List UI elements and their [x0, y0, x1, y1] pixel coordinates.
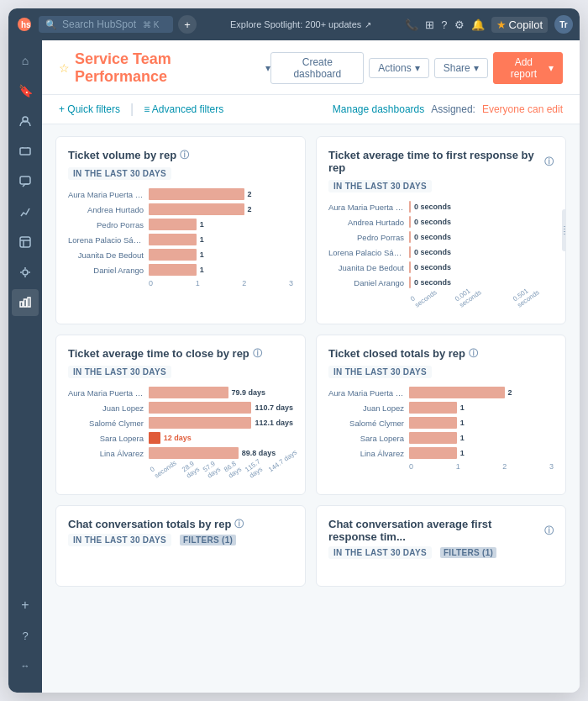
- ticket-closed-title: Ticket closed totals by rep ⓘ: [328, 347, 554, 360]
- topbar: hs 🔍 ⌘ K + Explore Spotlight: 200+ updat…: [8, 8, 580, 40]
- table-row: Andrea Hurtado 2: [68, 203, 293, 215]
- ticket-volume-chart: Aura Maria Puerta Esco... 2 Andrea Hurta…: [68, 188, 293, 276]
- add-report-chevron: ▾: [549, 62, 554, 74]
- table-row: Aura Maria Puerta Esco... 2: [68, 188, 293, 200]
- filter-bar: + Quick filters | ≡ Advanced filters Man…: [42, 95, 580, 124]
- chat-totals-subtitle: IN THE LAST 30 DAYS: [68, 534, 171, 546]
- table-row: Andrea Hurtado 0 seconds: [328, 216, 554, 228]
- svg-rect-9: [28, 298, 30, 307]
- chat-totals-info-icon[interactable]: ⓘ: [234, 518, 244, 530]
- table-row: Salomé Clymer 1: [328, 417, 554, 429]
- svg-rect-8: [24, 299, 27, 307]
- search-input[interactable]: [62, 18, 138, 30]
- avg-first-response-x-axis: 0 seconds 0.001 seconds 0.501 seconds: [328, 292, 554, 312]
- phone-icon[interactable]: 📞: [405, 18, 418, 31]
- table-row: Pedro Porras 1: [68, 219, 293, 230]
- page-title: Service Team Performance: [75, 50, 260, 86]
- avg-time-close-chart: Aura Maria Puerta Esco... 79.9 days Juan…: [68, 387, 293, 459]
- ticket-volume-card: Ticket volume by rep ⓘ IN THE LAST 30 DA…: [55, 136, 306, 324]
- ticket-closed-card: Ticket closed totals by rep ⓘ IN THE LAS…: [316, 335, 566, 495]
- notifications-icon[interactable]: 🔔: [471, 18, 485, 31]
- dashboard-grid: Ticket volume by rep ⓘ IN THE LAST 30 DA…: [42, 124, 580, 598]
- advanced-filters-button[interactable]: ≡ Advanced filters: [144, 103, 223, 115]
- ticket-closed-info-icon[interactable]: ⓘ: [469, 347, 478, 360]
- chat-avg-response-card: Chat conversation average first response…: [316, 505, 566, 587]
- actions-button[interactable]: Actions: [369, 58, 428, 78]
- share-button[interactable]: Share: [434, 58, 488, 78]
- table-row: Aura Maria Puerta Esco... 2: [328, 387, 554, 398]
- table-row: Sara Lopera 1: [328, 432, 554, 444]
- filter-right: Manage dashboards Assigned: Everyone can…: [333, 103, 563, 115]
- title-area: ☆ Service Team Performance ▾: [59, 50, 270, 86]
- manage-dashboards-link[interactable]: Manage dashboards: [333, 103, 424, 115]
- sidebar-item-reports[interactable]: [12, 289, 39, 316]
- svg-rect-3: [20, 148, 30, 155]
- table-row: Daniel Arango 0 seconds: [328, 277, 554, 288]
- sidebar-item-marketing[interactable]: [12, 138, 39, 165]
- sidebar-item-bookmark[interactable]: 🔖: [12, 77, 39, 104]
- ticket-closed-chart: Aura Maria Puerta Esco... 2 Juan Lopez 1: [328, 387, 554, 459]
- sidebar-item-conversations[interactable]: [12, 168, 39, 195]
- apps-icon[interactable]: ⊞: [425, 18, 434, 31]
- add-report-button[interactable]: Add report ▾: [493, 52, 563, 84]
- filter-left: + Quick filters | ≡ Advanced filters: [59, 102, 223, 117]
- everyone-can-edit-label[interactable]: Everyone can edit: [482, 103, 563, 115]
- avg-time-close-card: Ticket average time to close by rep ⓘ IN…: [55, 335, 306, 495]
- search-icon: 🔍: [45, 19, 57, 30]
- avg-time-close-title: Ticket average time to close by rep ⓘ: [68, 347, 293, 360]
- avg-first-response-subtitle: IN THE LAST 30 DAYS: [328, 180, 432, 192]
- avg-first-response-chart: Aura Maria Puerta Esco... 0 seconds Andr…: [328, 201, 554, 288]
- table-row: Pedro Porras 0 seconds: [328, 231, 554, 243]
- settings-icon[interactable]: ⚙: [454, 18, 465, 31]
- table-row: Juan Lopez 110.7 days: [68, 402, 293, 414]
- chat-avg-response-info-icon[interactable]: ⓘ: [544, 524, 554, 537]
- user-avatar[interactable]: Tr: [554, 15, 573, 34]
- search-shortcut: ⌘ K: [143, 20, 159, 29]
- favorite-star-icon[interactable]: ☆: [59, 61, 70, 75]
- avg-time-close-subtitle: IN THE LAST 30 DAYS: [68, 366, 171, 378]
- chat-totals-title: Chat conversation totals by rep ⓘ: [68, 518, 293, 530]
- avg-first-response-info-icon[interactable]: ⓘ: [544, 155, 554, 168]
- table-row: Aura Maria Puerta Esco... 0 seconds: [328, 201, 554, 213]
- table-row: Lina Álvarez 89.8 days: [68, 447, 293, 459]
- table-row: Sara Lopera 12 days: [68, 432, 293, 444]
- help-icon[interactable]: ?: [441, 18, 447, 31]
- table-row: Aura Maria Puerta Esco... 79.9 days: [68, 387, 293, 398]
- chat-avg-response-subtitle: IN THE LAST 30 DAYS: [328, 546, 432, 559]
- topbar-right: 📞 ⊞ ? ⚙ 🔔 ★ Copilot Tr: [405, 15, 573, 34]
- copilot-button[interactable]: ★ Copilot: [491, 17, 548, 33]
- chat-totals-card: Chat conversation totals by rep ⓘ IN THE…: [55, 505, 306, 587]
- table-row: Lorena Palacio Sánchez 0 seconds: [328, 246, 554, 258]
- external-link-icon: ↗: [365, 20, 371, 29]
- avg-first-response-title: Ticket average time to first response by…: [328, 149, 554, 174]
- sidebar-item-help[interactable]: ?: [12, 622, 39, 649]
- quick-filters-button[interactable]: + Quick filters: [59, 103, 120, 115]
- sidebar-item-contacts[interactable]: [12, 108, 39, 134]
- sidebar: ⌂ 🔖 +: [8, 40, 42, 693]
- ticket-closed-x-axis: 0123: [328, 462, 554, 471]
- search-bar[interactable]: 🔍 ⌘ K: [39, 16, 173, 33]
- svg-text:hs: hs: [21, 20, 31, 29]
- resize-handle[interactable]: [562, 209, 566, 251]
- table-row: Juan Lopez 1: [328, 402, 554, 414]
- sidebar-item-home[interactable]: ⌂: [12, 47, 39, 74]
- sidebar-item-automation[interactable]: [12, 259, 39, 286]
- create-dashboard-button[interactable]: Create dashboard: [270, 52, 364, 84]
- header-actions: Create dashboard Actions Share Add repor…: [270, 52, 563, 84]
- sidebar-item-expand[interactable]: ↔: [12, 652, 39, 679]
- main-layout: ⌂ 🔖 +: [8, 40, 580, 693]
- table-row: Lina Álvarez 1: [328, 447, 554, 459]
- ticket-volume-info-icon[interactable]: ⓘ: [180, 149, 189, 161]
- chat-avg-response-title: Chat conversation average first response…: [328, 518, 554, 543]
- add-tab-button[interactable]: +: [178, 15, 197, 34]
- avg-time-close-info-icon[interactable]: ⓘ: [253, 347, 262, 360]
- sidebar-item-cms[interactable]: [12, 229, 39, 256]
- hubspot-logo: hs: [15, 15, 34, 34]
- ticket-closed-subtitle: IN THE LAST 30 DAYS: [328, 366, 432, 378]
- table-row: Juanita De Bedout 1: [68, 249, 293, 261]
- explore-banner[interactable]: Explore Spotlight: 200+ updates ↗: [202, 19, 400, 29]
- sidebar-item-sales[interactable]: [12, 198, 39, 225]
- sidebar-item-add[interactable]: +: [12, 592, 39, 619]
- svg-rect-5: [20, 237, 30, 247]
- avg-time-close-x-axis: 0 seconds 28.9 days 57.9 days 86.8 days …: [68, 462, 293, 482]
